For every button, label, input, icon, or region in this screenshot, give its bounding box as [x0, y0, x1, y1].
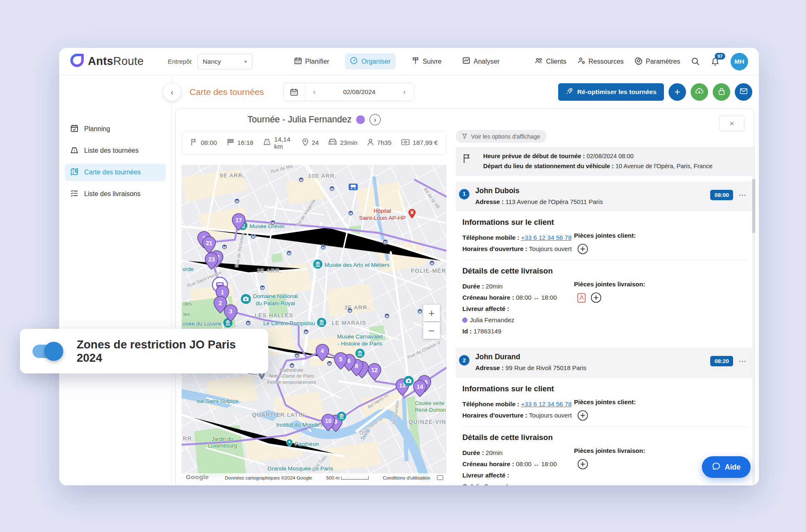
date-picker-group: ‹ 02/08/2024 › — [283, 83, 414, 101]
tab-planifier[interactable]: Planifier — [289, 53, 334, 70]
stop-header[interactable]: 1 John Dubois Adresse : 113 Avenue de l'… — [456, 181, 754, 212]
cloud-download-button[interactable] — [691, 83, 708, 101]
search-icon[interactable] — [691, 57, 700, 66]
stop-menu-button[interactable]: ⋯ — [739, 356, 747, 367]
tournee-color-dot[interactable] — [356, 115, 365, 124]
zoom-in-button[interactable]: + — [423, 305, 440, 321]
zoom-out-button[interactable]: − — [423, 322, 440, 339]
map-marker-3[interactable]: 3 — [224, 304, 238, 323]
map-scale-value: 500 m — [326, 475, 339, 480]
stop-name: John Dubois — [475, 186, 625, 195]
stop-menu-button[interactable]: ⋯ — [739, 190, 747, 201]
phone-link[interactable]: +33 6 12 34 56 78 — [521, 400, 571, 408]
help-button[interactable]: Aide — [702, 456, 751, 478]
entrepot-label: Entrepôt — [168, 58, 192, 65]
svg-text:1: 1 — [221, 289, 224, 296]
add-button[interactable]: + — [669, 83, 686, 101]
toolbar-actions: Ré-optimiser les tournées + — [558, 83, 752, 101]
stop-name: John Durand — [475, 353, 625, 361]
logo-text: AntsRoute — [88, 55, 144, 68]
notifications-bell[interactable]: 97 — [711, 57, 720, 66]
add-attachment-button[interactable] — [577, 459, 588, 470]
museum-icon — [313, 259, 323, 271]
map-label: RR. — [183, 435, 194, 442]
stop-header[interactable]: 2 John Durand Adresse : 99 Rue de Rivoli… — [456, 348, 754, 378]
metro-icon: M — [289, 363, 295, 368]
avatar[interactable]: MH — [731, 53, 748, 70]
calendar-button[interactable] — [284, 83, 305, 101]
entrepot-select[interactable]: Nancy▾ — [197, 54, 252, 70]
add-attachment-button[interactable] — [577, 244, 588, 254]
nav-link-ressources[interactable]: Ressources — [577, 57, 624, 66]
nav-link-clients[interactable]: Clients — [535, 57, 566, 66]
logo-icon — [70, 54, 84, 70]
nav-link-parametres[interactable]: Paramètres — [634, 57, 680, 67]
lock-button[interactable] — [713, 83, 730, 101]
map[interactable]: 9E ARR.10E ARR.2E ARR.3E ARR.FOLIE-MÉRIC… — [182, 165, 447, 482]
sidebar: Planning Liste des tournées Carte des to… — [59, 75, 172, 485]
map-marker-17[interactable]: 17 — [232, 213, 246, 232]
terms-link[interactable]: Conditions d'utilisation — [383, 475, 430, 480]
collapse-sidebar-button[interactable]: ‹ — [163, 83, 181, 101]
stat-end-time: 16:18 — [227, 138, 254, 148]
keyboard-icon[interactable] — [437, 475, 443, 480]
display-options-chip[interactable]: Voir les options d'affichage — [456, 130, 546, 143]
prev-day-button[interactable]: ‹ — [305, 83, 324, 101]
scrollbar-thumb[interactable] — [752, 179, 755, 233]
sidebar-item-liste-livraisons[interactable]: Liste des livraisons — [65, 185, 166, 203]
map-marker-4[interactable]: 4 — [315, 344, 329, 363]
map-marker-23[interactable]: 23 — [205, 252, 219, 271]
stop-time-badge[interactable]: 08:20 — [710, 356, 733, 366]
panel-scrollbar[interactable] — [752, 146, 755, 485]
tab-suivre[interactable]: Suivre — [407, 53, 447, 70]
add-attachment-button[interactable] — [591, 292, 601, 303]
metro-icon: M — [251, 234, 256, 239]
map-marker-10[interactable]: 10 — [321, 414, 335, 433]
stat-driver-time: 7h35 — [367, 138, 391, 148]
sidebar-item-liste-tournees[interactable]: Liste des tournées — [65, 142, 166, 159]
map-label: 9E ARR. — [220, 172, 245, 179]
logo[interactable]: AntsRoute — [70, 54, 144, 70]
reoptimize-button[interactable]: Ré-optimiser les tournées — [558, 83, 664, 101]
stat-drive-time: 23min — [328, 138, 357, 147]
metro-icon: M — [260, 285, 265, 291]
map-marker-12[interactable]: 12 — [367, 363, 382, 382]
restriction-zones-toggle[interactable] — [32, 345, 60, 358]
tab-analyser[interactable]: Analyser — [457, 53, 504, 70]
toggle-knob — [44, 342, 63, 361]
add-attachment-button[interactable] — [577, 410, 588, 421]
stop-card-1: 1 John Dubois Adresse : 113 Avenue de l'… — [456, 181, 754, 343]
people-icon — [535, 57, 543, 66]
map-label: Coulée verteRené-Dumon — [415, 400, 446, 413]
page-title: Carte des tournées — [190, 87, 264, 97]
map-marker-14[interactable]: 14 — [413, 380, 427, 399]
entrepot-group: Entrepôt Nancy▾ — [168, 54, 252, 70]
sidebar-item-carte-tournees[interactable]: Carte des tournées — [65, 164, 166, 181]
stop-time-badge[interactable]: 08:00 — [710, 190, 733, 200]
stat-distance: 14,14 km — [263, 136, 292, 150]
nav-tabs: Planifier Organiser Suivre Analyser — [289, 53, 505, 70]
calendar-check-icon — [70, 124, 79, 134]
svg-text:4: 4 — [321, 348, 324, 354]
next-day-button[interactable]: › — [395, 83, 414, 101]
mail-button[interactable] — [735, 83, 752, 101]
driver-color-dot — [462, 318, 467, 323]
metro-icon: M — [384, 313, 390, 319]
map-marker-5[interactable]: 5 — [334, 352, 348, 371]
map-label: Grande Mosquée de Paris — [267, 465, 333, 472]
chevron-down-icon: ▾ — [245, 59, 247, 65]
phone-link[interactable]: +33 6 12 34 56 78 — [521, 234, 571, 241]
tournee-expand-button[interactable]: › — [369, 114, 381, 125]
close-button[interactable]: ✕ — [719, 116, 744, 131]
tab-organiser[interactable]: Organiser — [345, 53, 395, 70]
map-label: 2E ARR. — [257, 268, 282, 274]
hospital-icon — [407, 208, 417, 221]
date-value[interactable]: 02/08/2024 — [324, 83, 395, 101]
chart-icon — [462, 57, 470, 66]
calendar-icon — [294, 57, 302, 66]
map-label: ise Saint-Sulpice — [197, 398, 239, 405]
sidebar-item-planning[interactable]: Planning — [65, 120, 166, 138]
pdf-attachment-icon[interactable] — [577, 293, 586, 303]
stat-start-time: 08:00 — [190, 138, 217, 148]
restriction-zones-card: Zones de restriction JO Paris 2024 — [20, 329, 268, 373]
